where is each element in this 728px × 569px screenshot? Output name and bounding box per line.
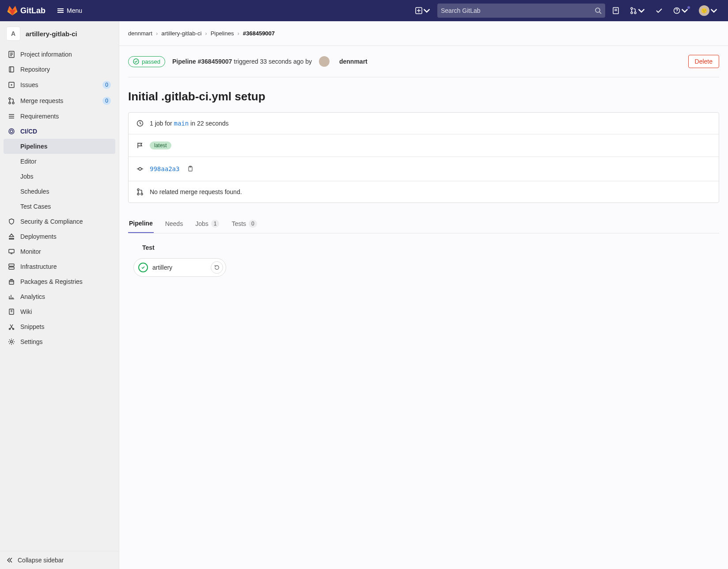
sidebar-item-info[interactable]: Project information <box>4 47 115 62</box>
breadcrumb-item: #368459007 <box>243 30 275 37</box>
user-avatar: 🙂 <box>699 5 709 16</box>
sidebar-item-wiki[interactable]: Wiki <box>4 304 115 319</box>
sidebar-item-monitor[interactable]: Monitor <box>4 244 115 259</box>
breadcrumb-item[interactable]: Pipelines <box>211 30 234 37</box>
svg-point-21 <box>13 328 14 330</box>
infra-icon <box>8 263 15 270</box>
sidebar: A artillery-gitlab-ci Project informatio… <box>0 21 119 569</box>
job-name: artillery <box>152 264 206 271</box>
triggered-by-avatar[interactable] <box>319 56 330 67</box>
pipeline-title: Initial .gitlab-ci.yml setup <box>128 77 719 112</box>
settings-icon <box>8 338 15 345</box>
create-new-button[interactable] <box>412 4 434 17</box>
delete-pipeline-button[interactable]: Delete <box>688 55 719 68</box>
sidebar-item-repo[interactable]: Repository <box>4 62 115 77</box>
pipeline-graph: Test artillery <box>128 233 719 287</box>
sidebar-item-analytics[interactable]: Analytics <box>4 289 115 304</box>
deploy-icon <box>8 233 15 240</box>
merge-request-icon <box>136 188 144 195</box>
sidebar-item-label: Merge requests <box>20 97 63 104</box>
wiki-icon <box>8 308 15 315</box>
sidebar-item-label: Infrastructure <box>20 263 57 270</box>
sidebar-item-settings[interactable]: Settings <box>4 334 115 349</box>
project-header[interactable]: A artillery-gitlab-ci <box>0 21 119 46</box>
pipeline-header: passed Pipeline #368459007 triggered 33 … <box>128 55 719 77</box>
main-area: dennmart›artillery-gitlab-ci›Pipelines›#… <box>119 21 728 569</box>
sidebar-item-issues[interactable]: Issues0 <box>4 77 115 93</box>
chevron-down-icon <box>638 7 645 14</box>
sidebar-item-label: Snippets <box>20 323 44 330</box>
notification-dot <box>687 6 690 9</box>
svg-point-1 <box>595 8 600 12</box>
sidebar-item-label: Security & Compliance <box>20 218 83 225</box>
svg-point-30 <box>141 193 143 195</box>
subnav-item[interactable]: Jobs <box>4 169 115 184</box>
subnav-item[interactable]: Editor <box>4 154 115 169</box>
summary-mr-row: No related merge requests found. <box>129 181 719 202</box>
search-field-wrap[interactable] <box>437 4 605 18</box>
subnav-item[interactable]: Schedules <box>4 184 115 199</box>
sidebar-item-req[interactable]: Requirements <box>4 109 115 124</box>
job-card[interactable]: artillery <box>133 258 226 277</box>
todos-button[interactable] <box>652 4 666 17</box>
sidebar-item-label: Issues <box>20 81 38 88</box>
latest-tag: latest <box>150 141 171 149</box>
issues-shortcut-button[interactable] <box>609 4 623 17</box>
menu-button[interactable]: Menu <box>53 4 87 17</box>
merge-requests-shortcut-button[interactable] <box>626 4 648 17</box>
subnav-item[interactable]: Pipelines <box>4 139 115 154</box>
sidebar-item-label: Settings <box>20 338 43 345</box>
commit-sha-link[interactable]: 998aa2a3 <box>150 165 179 172</box>
collapse-icon <box>6 557 13 564</box>
summary-tag-row: latest <box>129 134 719 157</box>
svg-point-13 <box>12 102 14 104</box>
sidebar-item-label: Monitor <box>20 248 41 255</box>
breadcrumb-item[interactable]: dennmart <box>128 30 152 37</box>
sidebar-item-deploy[interactable]: Deployments <box>4 229 115 244</box>
tab-tests[interactable]: Tests0 <box>231 214 258 233</box>
sidebar-item-infra[interactable]: Infrastructure <box>4 259 115 274</box>
sidebar-item-label: CI/CD <box>20 128 37 135</box>
collapse-sidebar-button[interactable]: Collapse sidebar <box>0 551 119 569</box>
user-menu-button[interactable]: 🙂 <box>695 3 721 19</box>
no-mr-text: No related merge requests found. <box>150 188 242 195</box>
triggered-by-user[interactable]: dennmart <box>339 58 368 65</box>
merge-request-icon <box>630 7 637 14</box>
gitlab-logo[interactable]: GitLab <box>7 5 46 16</box>
packages-icon <box>8 278 15 285</box>
summary-commit-row: 998aa2a3 <box>129 157 719 181</box>
branch-link[interactable]: main <box>174 120 189 127</box>
svg-rect-17 <box>9 267 14 269</box>
subnav-item[interactable]: Test Cases <box>4 199 115 214</box>
tab-jobs[interactable]: Jobs1 <box>194 214 220 233</box>
sidebar-item-label: Requirements <box>20 113 59 120</box>
svg-point-11 <box>9 98 11 99</box>
issues-icon <box>8 81 15 88</box>
tanuki-icon <box>7 5 18 16</box>
sidebar-item-snippets[interactable]: Snippets <box>4 319 115 334</box>
sidebar-item-label: Analytics <box>20 293 45 300</box>
sidebar-item-mr[interactable]: Merge requests0 <box>4 93 115 109</box>
breadcrumb-item[interactable]: artillery-gitlab-ci <box>161 30 201 37</box>
sidebar-item-shield[interactable]: Security & Compliance <box>4 214 115 229</box>
plus-square-icon <box>415 7 422 14</box>
search-input[interactable] <box>441 7 595 14</box>
sidebar-item-packages[interactable]: Packages & Registries <box>4 274 115 289</box>
copy-sha-button[interactable] <box>186 164 195 174</box>
count-badge: 0 <box>249 220 257 228</box>
info-icon <box>8 51 15 58</box>
tab-pipeline[interactable]: Pipeline <box>128 214 154 233</box>
pipeline-trigger-text: Pipeline #368459007 triggered 33 seconds… <box>172 58 312 65</box>
svg-point-4 <box>631 12 633 14</box>
sidebar-item-cicd[interactable]: CI/CD <box>4 124 115 139</box>
retry-job-button[interactable] <box>211 261 223 274</box>
svg-rect-8 <box>9 67 14 72</box>
tab-needs[interactable]: Needs <box>164 214 184 233</box>
pipeline-summary-card: 1 job for main in 22 seconds latest 998a… <box>128 112 719 203</box>
search-icon <box>595 7 602 14</box>
help-button[interactable] <box>670 4 692 17</box>
sidebar-item-label: Project information <box>20 51 72 58</box>
req-icon <box>8 113 15 120</box>
shield-icon <box>8 218 15 225</box>
summary-jobs-row: 1 job for main in 22 seconds <box>129 113 719 134</box>
